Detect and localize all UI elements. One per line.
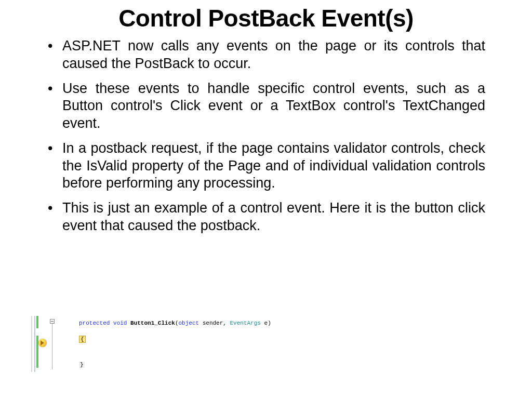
paren-close: ) [268, 320, 271, 326]
arg-sender: sender, [199, 320, 230, 326]
gutter-line-icon [31, 316, 32, 372]
code-gutter [31, 316, 56, 372]
fold-guide-icon [52, 324, 52, 369]
method-name: Button1_Click [130, 320, 175, 326]
fold-toggle-icon [50, 319, 55, 324]
slide: Control PostBack Event(s) ASP.NET now ca… [0, 0, 532, 235]
change-marker-icon [36, 336, 38, 368]
keyword-protected: protected [79, 320, 110, 326]
bullet-item: Use these events to handle specific cont… [47, 80, 485, 132]
bullet-item: ASP.NET now calls any events on the page… [47, 37, 485, 73]
bullet-item: In a postback request, if the page conta… [47, 140, 485, 192]
code-snippet: protected void Button1_Click(object send… [31, 316, 332, 372]
gutter-line-icon [34, 316, 35, 372]
code-line: protected void Button1_Click(object send… [79, 318, 271, 329]
execution-pointer-icon [38, 339, 47, 347]
type-eventargs: EventArgs [230, 320, 261, 326]
slide-title: Control PostBack Event(s) [47, 4, 485, 32]
bullet-list: ASP.NET now calls any events on the page… [47, 37, 485, 235]
change-marker-icon [36, 316, 38, 328]
arg-e: e [261, 320, 268, 326]
open-brace: { [79, 336, 86, 343]
close-brace: } [79, 362, 85, 368]
keyword-object: object [178, 320, 199, 326]
keyword-void: void [113, 320, 127, 326]
bullet-item: This is just an example of a control eve… [47, 200, 485, 235]
